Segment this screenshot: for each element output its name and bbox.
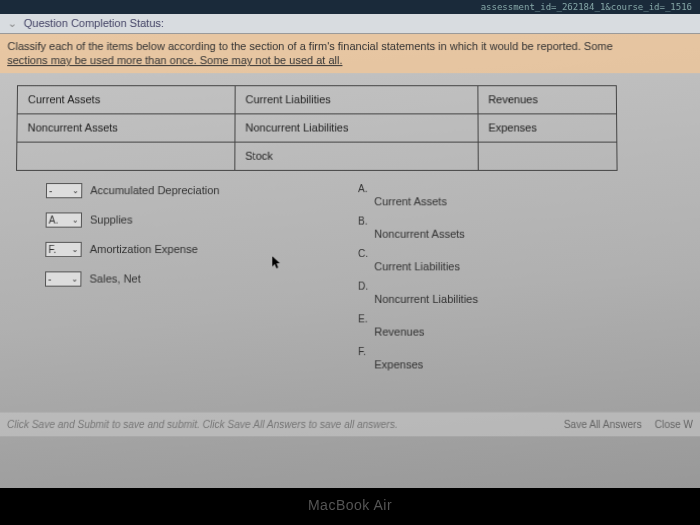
answer-dropdown[interactable]: -⌄ [45,271,82,286]
save-all-button[interactable]: Save All Answers [564,419,642,430]
completion-status-bar: ⌄ Question Completion Status: [0,14,700,34]
status-label: Question Completion Status: [24,17,164,29]
chevron-down-icon: ⌄ [72,245,79,254]
answer-dropdown[interactable]: -⌄ [46,183,82,198]
table-cell: Expenses [478,113,617,141]
table-cell: Noncurrent Liabilities [235,113,478,141]
chevron-down-icon: ⌄ [72,215,79,224]
answer-dropdown[interactable]: F.⌄ [45,241,81,256]
answer-key: A.Current Assets B.Noncurrent Assets C.C… [358,183,478,379]
matching-item: F.⌄ Amortization Expense [45,241,219,256]
table-cell: Current Assets [17,85,235,113]
answer-dropdown[interactable]: A.⌄ [46,212,82,227]
item-label: Amortization Expense [90,243,198,255]
chevron-down-icon: ⌄ [72,186,79,195]
table-cell: Noncurrent Assets [17,113,235,141]
url-fragment: assessment_id=_262184_1&course_id=_1516 [0,0,700,14]
question-instruction: Classify each of the items below accordi… [0,34,700,73]
table-cell: Stock [235,142,478,170]
close-button[interactable]: Close W [655,419,693,430]
table-cell: Revenues [478,85,617,113]
table-cell [478,142,617,170]
item-label: Supplies [90,214,133,226]
cursor-icon [272,256,282,270]
chevron-down-icon: ⌄ [8,17,17,29]
matching-item: A.⌄ Supplies [46,212,220,227]
laptop-brand: MacBook Air [0,497,700,513]
table-cell: Current Liabilities [235,85,478,113]
table-cell [17,142,235,170]
footer-bar: Click Save and Submit to save and submit… [0,412,700,437]
categories-table: Current Assets Current Liabilities Reven… [16,85,617,171]
matching-item: -⌄ Sales, Net [45,271,219,286]
item-label: Sales, Net [89,272,140,284]
item-label: Accumulated Depreciation [90,184,219,196]
matching-item: -⌄ Accumulated Depreciation [46,183,220,198]
footer-hint: Click Save and Submit to save and submit… [7,419,398,430]
chevron-down-icon: ⌄ [71,274,78,283]
